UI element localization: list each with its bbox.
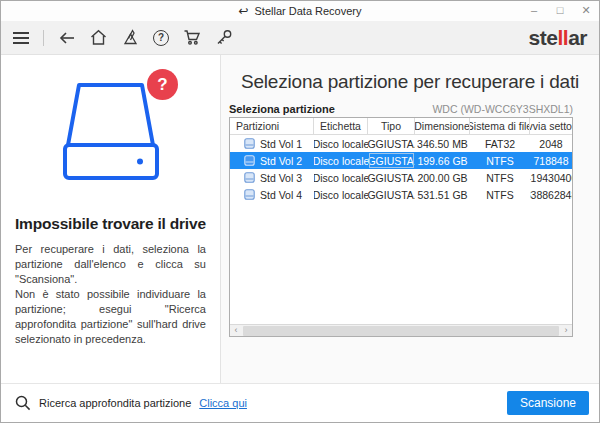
table-row[interactable]: Std Vol 4 Disco locale AGGIUSTA... 531.5… <box>230 186 572 203</box>
column-header-partizioni[interactable]: Partizioni <box>230 118 314 134</box>
toolbar: ? stellar <box>1 21 599 55</box>
table-row-selected[interactable]: Std Vol 2 Disco locale AGGIUSTA... 199.6… <box>230 152 572 169</box>
footer-bar: Ricerca approfondita partizione Clicca q… <box>1 383 599 422</box>
drive-not-found-illustration: ? <box>43 69 178 183</box>
app-window: ↩ Stellar Data Recovery – □ ✕ ? <box>0 0 600 423</box>
minimize-button[interactable]: – <box>521 1 547 21</box>
sidebar: ? Impossibile trovare il drive Per recup… <box>1 55 221 383</box>
key-icon[interactable] <box>214 28 233 47</box>
maximize-button[interactable]: □ <box>547 1 573 21</box>
sidebar-paragraph-1: Per recuperare i dati, seleziona la part… <box>15 242 206 287</box>
click-here-link[interactable]: Clicca qui <box>199 397 247 409</box>
help-icon[interactable]: ? <box>153 30 169 46</box>
close-button[interactable]: ✕ <box>573 1 599 21</box>
column-header-sistema-di-file[interactable]: Sistema di file <box>470 118 530 134</box>
table-header: Partizioni Etichetta Tipo Dimensione Sis… <box>230 118 572 135</box>
column-header-etichetta[interactable]: Etichetta <box>314 118 368 134</box>
device-name: WDC (WD-WCC6Y3SHXDL1) <box>432 103 573 115</box>
window-title: Stellar Data Recovery <box>255 5 362 17</box>
scan-button[interactable]: Scansione <box>507 391 589 415</box>
back-icon[interactable] <box>57 28 76 47</box>
column-header-dimensione[interactable]: Dimensione <box>415 118 470 134</box>
toolbar-separator <box>43 30 44 46</box>
page-title: Seleziona partizione per recuperare i da… <box>221 71 599 93</box>
column-header-tipo[interactable]: Tipo <box>368 118 415 134</box>
sidebar-heading: Impossibile trovare il drive <box>15 215 206 233</box>
sidebar-paragraph-2: Non è stato possibile individuare la par… <box>15 287 206 347</box>
app-titlebar-icon: ↩ <box>238 5 248 17</box>
column-header-avvia-settore[interactable]: Avvia settore <box>530 118 572 134</box>
menu-icon[interactable] <box>11 28 30 47</box>
table-row[interactable]: Std Vol 3 Disco locale AGGIUSTA... 200.0… <box>230 169 572 186</box>
cart-icon[interactable] <box>182 28 201 47</box>
stellar-logo: stellar <box>529 26 587 50</box>
deep-search-label: Ricerca approfondita partizione <box>39 397 191 409</box>
title-bar: ↩ Stellar Data Recovery – □ ✕ <box>1 1 599 21</box>
partition-icon <box>244 138 255 149</box>
main-panel: Seleziona partizione per recuperare i da… <box>221 55 599 383</box>
partition-icon <box>244 155 255 166</box>
partition-icon <box>244 172 255 183</box>
table-label: Seleziona partizione <box>229 103 335 115</box>
partition-icon <box>244 189 255 200</box>
home-icon[interactable] <box>89 28 108 47</box>
scroll-right-icon[interactable]: › <box>560 325 572 336</box>
pen-stand-icon[interactable] <box>121 28 140 47</box>
scroll-left-icon[interactable]: ‹ <box>230 325 242 336</box>
horizontal-scrollbar[interactable]: ‹ › <box>230 324 572 336</box>
question-badge-icon: ? <box>147 69 178 100</box>
scrollbar-thumb[interactable] <box>243 326 559 336</box>
search-icon <box>15 395 31 411</box>
table-row[interactable]: Std Vol 1 Disco locale AGGIUSTA... 346.5… <box>230 135 572 152</box>
partition-table: Partizioni Etichetta Tipo Dimensione Sis… <box>229 117 573 337</box>
